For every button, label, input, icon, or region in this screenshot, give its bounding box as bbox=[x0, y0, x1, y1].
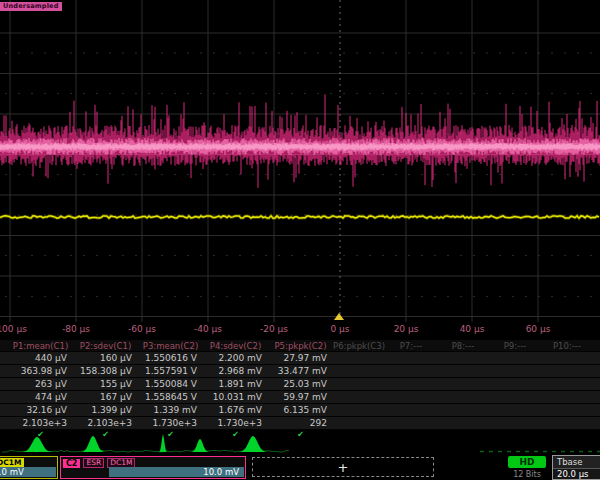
channel-descriptor-c1[interactable]: DC1M 50.0 mV bbox=[0, 456, 58, 479]
measurement-value: 2.103e+3 bbox=[8, 418, 73, 428]
measurement-header-unused[interactable]: P7:--- bbox=[385, 341, 437, 351]
measurement-value: 292 bbox=[268, 418, 333, 428]
measurement-header[interactable]: P3:mean(C2) bbox=[138, 341, 203, 351]
measurement-header[interactable]: P5:pkpk(C2) bbox=[268, 341, 333, 351]
measurement-value: 27.97 mV bbox=[268, 353, 333, 363]
time-tick-label: -40 µs bbox=[194, 324, 222, 334]
measurement-value: 1.399 µV bbox=[73, 405, 138, 415]
measurement-value: 1.730e+3 bbox=[138, 418, 203, 428]
timebase-descriptor[interactable]: Tbase 20.0 µs bbox=[552, 455, 600, 480]
measurement-value: 6.135 mV bbox=[268, 405, 333, 415]
undersampled-warning: Undersampled bbox=[0, 2, 62, 11]
measurement-row: 32.16 µV1.399 µV1.339 mV1.676 mV6.135 mV bbox=[0, 404, 600, 417]
measurement-value: 363.98 µV bbox=[8, 366, 73, 376]
c1-scale-value: 50.0 mV bbox=[0, 467, 56, 477]
measurement-header[interactable]: P1:mean(C1) bbox=[8, 341, 73, 351]
trigger-time-marker[interactable] bbox=[334, 313, 344, 320]
histicon-strip[interactable] bbox=[0, 432, 600, 454]
measurement-row: 363.98 µV158.308 µV1.557591 V2.968 mV33.… bbox=[0, 365, 600, 378]
hd-mode-badge[interactable]: HD bbox=[508, 456, 546, 468]
c1-coupling-badge: DC1M bbox=[0, 458, 24, 467]
measurement-header-unused[interactable]: P9:--- bbox=[489, 341, 541, 351]
measurement-value: 440 µV bbox=[8, 353, 73, 363]
channel-descriptor-c2[interactable]: C2 ESR DC1M 10.0 mV bbox=[60, 456, 246, 479]
measurement-value: 1.891 mV bbox=[203, 379, 268, 389]
measurement-value: 474 µV bbox=[8, 392, 73, 402]
c2-esr-tag: ESR bbox=[83, 458, 104, 468]
time-axis: -100 µs-80 µs-60 µs-40 µs-20 µs0 µs20 µs… bbox=[0, 321, 600, 336]
time-tick-label: 40 µs bbox=[460, 324, 485, 334]
time-tick-label: -100 µs bbox=[0, 324, 27, 334]
measurement-value: 158.308 µV bbox=[73, 366, 138, 376]
measurement-value: 160 µV bbox=[73, 353, 138, 363]
time-tick-label: -60 µs bbox=[128, 324, 156, 334]
c2-scale-value: 10.0 mV bbox=[109, 467, 244, 477]
measurement-value: 2.103e+3 bbox=[73, 418, 138, 428]
measurement-header-unused[interactable]: P11:--- bbox=[593, 341, 600, 351]
resolution-bits-label: 12 Bits bbox=[502, 470, 552, 479]
measurement-header-unused[interactable]: P6:pkpk(C3) bbox=[333, 341, 385, 351]
time-tick-label: -80 µs bbox=[62, 324, 90, 334]
measurement-header[interactable]: P4:sdev(C2) bbox=[203, 341, 268, 351]
measurement-value: 25.03 mV bbox=[268, 379, 333, 389]
tbase-value: 20.0 µs bbox=[553, 469, 600, 480]
measurement-value: 155 µV bbox=[73, 379, 138, 389]
measurement-row: 440 µV160 µV1.550616 V2.200 mV27.97 mV bbox=[0, 352, 600, 365]
oscilloscope-screen: Undersampled -100 µs-80 µs-60 µs-40 µs-2… bbox=[0, 0, 600, 480]
measurement-value: 1.730e+3 bbox=[203, 418, 268, 428]
measurement-value: 32.16 µV bbox=[8, 405, 73, 415]
measurement-value: 167 µV bbox=[73, 392, 138, 402]
measurement-value: 2.968 mV bbox=[203, 366, 268, 376]
measurement-value: 10.031 mV bbox=[203, 392, 268, 402]
measurement-row: 263 µV155 µV1.550084 V1.891 mV25.03 mV bbox=[0, 378, 600, 391]
measurement-value: 1.557591 V bbox=[138, 366, 203, 376]
add-channel-button[interactable]: + bbox=[252, 457, 434, 477]
tbase-label: Tbase bbox=[553, 456, 600, 469]
trace-layer bbox=[0, 0, 600, 322]
measurement-row: 474 µV167 µV1.558645 V10.031 mV59.97 mV bbox=[0, 391, 600, 404]
measurement-value: 1.339 mV bbox=[138, 405, 203, 415]
time-tick-label: 60 µs bbox=[526, 324, 551, 334]
time-tick-label: 20 µs bbox=[394, 324, 419, 334]
measurement-table: P1:mean(C1)P2:sdev(C1)P3:mean(C2)P4:sdev… bbox=[0, 340, 600, 432]
time-tick-label: 0 µs bbox=[330, 324, 349, 334]
c2-label: C2 bbox=[63, 459, 80, 468]
measurement-header-unused[interactable]: P10:--- bbox=[541, 341, 593, 351]
measurement-value: 33.477 mV bbox=[268, 366, 333, 376]
measurement-value: 1.550084 V bbox=[138, 379, 203, 389]
plus-icon: + bbox=[338, 460, 349, 475]
measurement-header-row: P1:mean(C1)P2:sdev(C1)P3:mean(C2)P4:sdev… bbox=[0, 340, 600, 352]
measurement-value: 1.550616 V bbox=[138, 353, 203, 363]
histicon-graphics bbox=[0, 432, 600, 454]
time-tick-label: -20 µs bbox=[260, 324, 288, 334]
measurement-header[interactable]: P2:sdev(C1) bbox=[73, 341, 138, 351]
waveform-display[interactable]: Undersampled bbox=[0, 0, 600, 322]
measurement-value: 59.97 mV bbox=[268, 392, 333, 402]
measurement-value: 263 µV bbox=[8, 379, 73, 389]
measurement-value: 1.558645 V bbox=[138, 392, 203, 402]
measurement-row: 2.103e+32.103e+31.730e+31.730e+3292 bbox=[0, 417, 600, 430]
measurement-value: 1.676 mV bbox=[203, 405, 268, 415]
measurement-value: 2.200 mV bbox=[203, 353, 268, 363]
descriptor-bar: DC1M 50.0 mV C2 ESR DC1M 10.0 mV + HD 12… bbox=[0, 455, 600, 480]
measurement-header-unused[interactable]: P8:--- bbox=[437, 341, 489, 351]
